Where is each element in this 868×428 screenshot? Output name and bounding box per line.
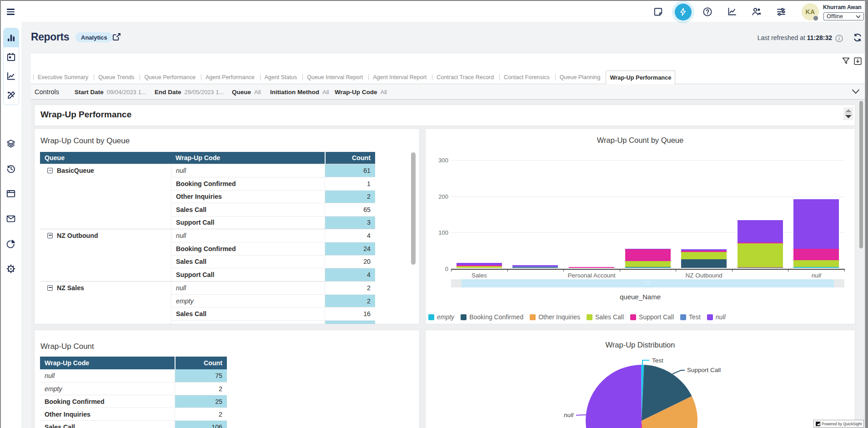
tab-queue-trends[interactable]: Queue Trends — [94, 70, 140, 84]
column-header-queue[interactable]: Queue — [40, 152, 171, 164]
column-header-wrap-up-code[interactable]: Wrap-Up Code — [40, 357, 175, 369]
wrapup-by-queue-panel: Wrap-Up Count by Queue QueueWrap-Up Code… — [34, 128, 420, 324]
main-area: Reports Analytics Last refreshed at 11:2… — [21, 22, 865, 428]
collapse-minus-icon[interactable] — [47, 285, 53, 291]
sidebar-item-calendar[interactable] — [4, 47, 19, 66]
help-button[interactable] — [697, 2, 717, 22]
tab-contract-trace-record[interactable]: Contract Trace Record — [432, 70, 499, 84]
legend-item-null[interactable]: null — [707, 313, 726, 321]
sidebar-item-mail[interactable] — [3, 206, 18, 231]
count-cell: 25 — [175, 395, 227, 408]
analytics-badge[interactable]: Analytics — [75, 32, 113, 42]
control-queue[interactable]: QueueAll — [232, 84, 261, 100]
count-cell: 2 — [175, 408, 227, 420]
tab-queue-planning[interactable]: Queue Planning — [556, 70, 606, 84]
window-scrollbar[interactable] — [865, 0, 868, 428]
sidebar-item-browser[interactable] — [3, 181, 18, 206]
sidebar-item-layers[interactable] — [3, 131, 18, 156]
bar-segment-empty — [793, 267, 839, 268]
tab-executive-summary[interactable]: Executive Summary — [34, 70, 94, 84]
legend-item-other-inquiries[interactable]: Other Inquiries — [530, 313, 580, 321]
x-axis-tick — [844, 269, 845, 272]
legend-item-booking-confirmed[interactable]: Booking Confirmed — [461, 313, 523, 321]
table-row: Booking Confirmed1 — [171, 177, 375, 190]
external-link-icon[interactable] — [112, 33, 121, 41]
control-wrap-up-code[interactable]: Wrap-Up CodeAll — [335, 84, 387, 100]
filter-icon[interactable] — [842, 57, 850, 65]
quicksight-logo-icon — [816, 422, 820, 426]
wrapup-count-table: Wrap-Up CodeCountnull75empty2Booking Con… — [40, 357, 227, 428]
column-header-count[interactable]: Count — [325, 152, 375, 164]
table-scrollbar[interactable] — [411, 152, 416, 265]
bar-sales[interactable] — [457, 263, 502, 268]
legend-item-empty[interactable]: empty — [428, 313, 454, 321]
x-axis-tick — [451, 269, 452, 272]
tab-agent-performance[interactable]: Agent Performance — [201, 70, 260, 84]
collapse-minus-icon[interactable] — [47, 233, 53, 238]
bar-personal-account[interactable] — [569, 267, 614, 268]
queue-cell: NZ Outbound — [40, 229, 171, 281]
bar-unlabeled-1[interactable] — [512, 265, 558, 268]
control-start-date[interactable]: Start Date09/04/2023 1... — [75, 84, 146, 100]
status-select[interactable]: Offline — [823, 12, 864, 20]
sidebar-item-bar-chart[interactable] — [4, 28, 19, 47]
control-initiation-method[interactable]: Initiation MethodAll — [270, 84, 329, 100]
boost-lightning-button[interactable] — [673, 2, 693, 22]
chart-x-scrollbar[interactable] — [451, 279, 844, 287]
column-header-count[interactable]: Count — [175, 357, 227, 369]
sidebar-item-pie[interactable] — [3, 231, 18, 256]
tab-queue-interval-report[interactable]: Queue Interval Report — [303, 70, 368, 84]
x-axis-tick — [676, 269, 676, 272]
scrollbar-left-cap[interactable] — [451, 279, 462, 287]
hamburger-menu-icon[interactable] — [7, 7, 17, 16]
wrapup-code-cell: Other Inquiries — [40, 408, 175, 420]
legend-item-test[interactable]: Test — [680, 313, 701, 321]
sheet-title: Wrap-Up Performance — [40, 110, 131, 120]
sheet-scrollbar-thumb[interactable] — [859, 101, 863, 248]
sidebar-item-design[interactable] — [4, 86, 19, 105]
legend-item-sales-call[interactable]: Sales Call — [587, 313, 624, 321]
gear-icon — [6, 264, 16, 274]
tab-agent-interval-report[interactable]: Agent Interval Report — [369, 70, 432, 84]
collapse-minus-icon[interactable] — [47, 168, 53, 173]
control-value: All — [322, 89, 329, 96]
pie-slice-null[interactable] — [586, 365, 642, 428]
sidebar-item-gear[interactable] — [3, 256, 18, 281]
download-icon[interactable] — [854, 57, 862, 65]
pie-callout-label-null: null — [564, 412, 573, 418]
tab-agent-status[interactable]: Agent Status — [261, 70, 303, 84]
sheet-stepper[interactable] — [843, 107, 853, 120]
bar-unlabeled-5[interactable] — [738, 220, 783, 268]
column-header-wrap-up-code[interactable]: Wrap-Up Code — [171, 152, 325, 164]
y-axis-tick-label: 0 — [430, 266, 448, 272]
tab-contact-forensics[interactable]: Contact Forensics — [500, 70, 555, 84]
refresh-icon[interactable] — [853, 33, 862, 42]
compose-note-button[interactable] — [648, 2, 668, 22]
users-button[interactable] — [747, 2, 767, 22]
x-axis-label: NZ Outbound — [676, 272, 732, 279]
tab-queue-performance[interactable]: Queue Performance — [140, 70, 201, 84]
scrollbar-right-cap[interactable] — [834, 279, 844, 287]
wrapup-code-cell: Support Call — [171, 268, 325, 281]
sidebar-item-line-chart[interactable] — [4, 66, 19, 86]
settings-sliders-button[interactable] — [771, 2, 791, 22]
legend-item-support-call[interactable]: Support Call — [630, 313, 674, 321]
bar-unlabeled-3[interactable] — [625, 249, 671, 268]
controls-collapse-icon[interactable] — [851, 88, 860, 95]
dashboard-sheet: Wrap-Up Performance Wrap-Up Count by Que… — [31, 100, 865, 428]
group-rows: null4Booking Confirmed24Sales Call20Supp… — [171, 229, 375, 281]
legend-label: Booking Confirmed — [469, 313, 523, 321]
gridline — [451, 232, 844, 233]
sidebar-item-history[interactable] — [3, 156, 18, 181]
legend-swatch — [461, 314, 467, 320]
powered-by-badge[interactable]: Powered by QuickSight — [813, 420, 864, 428]
table-row: empty2 — [171, 294, 375, 307]
bar-nz-outbound[interactable] — [681, 249, 727, 268]
group-rows: null75empty2Booking Confirmed25Other Inq… — [40, 369, 227, 428]
metrics-button[interactable] — [722, 2, 742, 22]
page-title: Reports — [31, 31, 69, 43]
tab-wrap-up-performance[interactable]: Wrap-Up Performance — [606, 70, 675, 84]
info-icon[interactable] — [835, 35, 843, 42]
control-end-date[interactable]: End Date29/05/2023 1... — [155, 84, 224, 100]
bar-null[interactable] — [793, 199, 839, 268]
